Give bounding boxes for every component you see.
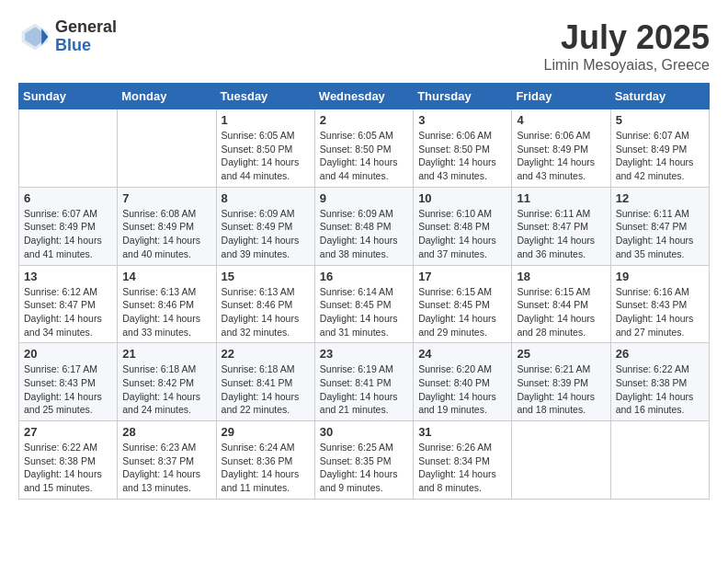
day-number: 14: [122, 270, 210, 283]
calendar-cell: 27Sunrise: 6:22 AMSunset: 8:38 PMDayligh…: [19, 421, 118, 500]
day-number: 19: [616, 270, 704, 283]
day-info: Sunrise: 6:20 AMSunset: 8:40 PMDaylight:…: [418, 362, 506, 417]
day-number: 21: [122, 347, 210, 361]
day-info: Sunrise: 6:10 AMSunset: 8:48 PMDaylight:…: [418, 207, 506, 261]
day-info: Sunrise: 6:13 AMSunset: 8:46 PMDaylight:…: [122, 285, 210, 339]
day-info: Sunrise: 6:22 AMSunset: 8:38 PMDaylight:…: [616, 362, 704, 417]
day-number: 31: [418, 425, 506, 439]
calendar-cell: 13Sunrise: 6:12 AMSunset: 8:47 PMDayligh…: [19, 265, 118, 343]
day-number: 20: [24, 347, 112, 361]
calendar-cell: 17Sunrise: 6:15 AMSunset: 8:45 PMDayligh…: [414, 265, 512, 343]
calendar-cell: 28Sunrise: 6:23 AMSunset: 8:37 PMDayligh…: [118, 421, 216, 500]
day-info: Sunrise: 6:17 AMSunset: 8:43 PMDaylight:…: [24, 362, 112, 417]
day-info: Sunrise: 6:08 AMSunset: 8:49 PMDaylight:…: [122, 207, 210, 261]
calendar-cell: 15Sunrise: 6:13 AMSunset: 8:46 PMDayligh…: [216, 265, 314, 343]
day-number: 10: [418, 191, 506, 205]
calendar-cell: 23Sunrise: 6:19 AMSunset: 8:41 PMDayligh…: [314, 343, 413, 421]
calendar-cell: 19Sunrise: 6:16 AMSunset: 8:43 PMDayligh…: [610, 265, 709, 343]
calendar-table: SundayMondayTuesdayWednesdayThursdayFrid…: [18, 83, 710, 500]
page-header: General Blue July 2025 Limin Mesoyaias, …: [18, 18, 710, 74]
day-info: Sunrise: 6:25 AMSunset: 8:35 PMDaylight:…: [320, 441, 408, 495]
day-info: Sunrise: 6:22 AMSunset: 8:38 PMDaylight:…: [24, 441, 112, 495]
day-number: 5: [616, 113, 704, 127]
day-info: Sunrise: 6:24 AMSunset: 8:36 PMDaylight:…: [222, 441, 310, 495]
calendar-cell: 6Sunrise: 6:07 AMSunset: 8:49 PMDaylight…: [19, 187, 118, 265]
weekday-header: Thursday: [414, 84, 512, 109]
calendar-cell: 14Sunrise: 6:13 AMSunset: 8:46 PMDayligh…: [118, 265, 216, 343]
weekday-header: Tuesday: [216, 84, 314, 109]
day-number: 16: [320, 270, 408, 283]
calendar-cell: 12Sunrise: 6:11 AMSunset: 8:47 PMDayligh…: [610, 187, 709, 265]
title-block: July 2025 Limin Mesoyaias, Greece: [543, 18, 710, 74]
day-info: Sunrise: 6:18 AMSunset: 8:41 PMDaylight:…: [222, 362, 310, 417]
day-info: Sunrise: 6:09 AMSunset: 8:49 PMDaylight:…: [222, 207, 310, 261]
day-number: 2: [320, 113, 408, 127]
calendar-cell: [610, 421, 709, 500]
logo-blue: Blue: [55, 37, 117, 55]
day-info: Sunrise: 6:16 AMSunset: 8:43 PMDaylight:…: [616, 285, 704, 339]
day-info: Sunrise: 6:05 AMSunset: 8:50 PMDaylight:…: [222, 129, 310, 183]
day-info: Sunrise: 6:26 AMSunset: 8:34 PMDaylight:…: [418, 441, 506, 495]
day-number: 29: [222, 425, 310, 439]
day-info: Sunrise: 6:13 AMSunset: 8:46 PMDaylight:…: [222, 285, 310, 339]
weekday-header: Monday: [118, 84, 216, 109]
day-number: 22: [222, 347, 310, 361]
calendar-cell: 11Sunrise: 6:11 AMSunset: 8:47 PMDayligh…: [512, 187, 610, 265]
month-title: July 2025: [543, 18, 710, 57]
calendar-cell: 9Sunrise: 6:09 AMSunset: 8:48 PMDaylight…: [314, 187, 413, 265]
calendar-cell: 18Sunrise: 6:15 AMSunset: 8:44 PMDayligh…: [512, 265, 610, 343]
day-number: 15: [222, 270, 310, 283]
day-info: Sunrise: 6:21 AMSunset: 8:39 PMDaylight:…: [517, 362, 605, 417]
day-number: 8: [222, 191, 310, 205]
logo-icon: [18, 20, 51, 53]
calendar-cell: 26Sunrise: 6:22 AMSunset: 8:38 PMDayligh…: [610, 343, 709, 421]
day-info: Sunrise: 6:12 AMSunset: 8:47 PMDaylight:…: [24, 285, 112, 339]
day-number: 12: [616, 191, 704, 205]
day-number: 1: [222, 113, 310, 127]
calendar-cell: 4Sunrise: 6:06 AMSunset: 8:49 PMDaylight…: [512, 109, 610, 188]
calendar-cell: 20Sunrise: 6:17 AMSunset: 8:43 PMDayligh…: [19, 343, 118, 421]
logo-text: General Blue: [55, 18, 117, 55]
logo: General Blue: [18, 18, 117, 55]
calendar-cell: 1Sunrise: 6:05 AMSunset: 8:50 PMDaylight…: [216, 109, 314, 188]
day-number: 23: [320, 347, 408, 361]
calendar-cell: 31Sunrise: 6:26 AMSunset: 8:34 PMDayligh…: [414, 421, 512, 500]
day-number: 13: [24, 270, 112, 283]
day-number: 26: [616, 347, 704, 361]
calendar-cell: 30Sunrise: 6:25 AMSunset: 8:35 PMDayligh…: [314, 421, 413, 500]
calendar-cell: 5Sunrise: 6:07 AMSunset: 8:49 PMDaylight…: [610, 109, 709, 188]
day-number: 27: [24, 425, 112, 439]
day-number: 9: [320, 191, 408, 205]
calendar-cell: 2Sunrise: 6:05 AMSunset: 8:50 PMDaylight…: [314, 109, 413, 188]
calendar-cell: 10Sunrise: 6:10 AMSunset: 8:48 PMDayligh…: [414, 187, 512, 265]
calendar-cell: 21Sunrise: 6:18 AMSunset: 8:42 PMDayligh…: [118, 343, 216, 421]
weekday-header: Sunday: [19, 84, 118, 109]
day-number: 24: [418, 347, 506, 361]
day-number: 28: [122, 425, 210, 439]
day-number: 6: [24, 191, 112, 205]
calendar-cell: [19, 109, 118, 188]
calendar-cell: 3Sunrise: 6:06 AMSunset: 8:50 PMDaylight…: [414, 109, 512, 188]
calendar-cell: [512, 421, 610, 500]
day-number: 18: [517, 270, 605, 283]
calendar-cell: 29Sunrise: 6:24 AMSunset: 8:36 PMDayligh…: [216, 421, 314, 500]
day-info: Sunrise: 6:09 AMSunset: 8:48 PMDaylight:…: [320, 207, 408, 261]
logo-general: General: [55, 18, 117, 37]
day-info: Sunrise: 6:07 AMSunset: 8:49 PMDaylight:…: [616, 129, 704, 183]
day-info: Sunrise: 6:11 AMSunset: 8:47 PMDaylight:…: [616, 207, 704, 261]
day-info: Sunrise: 6:19 AMSunset: 8:41 PMDaylight:…: [320, 362, 408, 417]
calendar-body: 1Sunrise: 6:05 AMSunset: 8:50 PMDaylight…: [19, 109, 710, 500]
day-number: 11: [517, 191, 605, 205]
day-info: Sunrise: 6:06 AMSunset: 8:49 PMDaylight:…: [517, 129, 605, 183]
calendar-cell: [118, 109, 216, 188]
calendar-cell: 24Sunrise: 6:20 AMSunset: 8:40 PMDayligh…: [414, 343, 512, 421]
day-info: Sunrise: 6:06 AMSunset: 8:50 PMDaylight:…: [418, 129, 506, 183]
day-info: Sunrise: 6:23 AMSunset: 8:37 PMDaylight:…: [122, 441, 210, 495]
day-info: Sunrise: 6:15 AMSunset: 8:45 PMDaylight:…: [418, 285, 506, 339]
calendar-cell: 25Sunrise: 6:21 AMSunset: 8:39 PMDayligh…: [512, 343, 610, 421]
calendar-cell: 8Sunrise: 6:09 AMSunset: 8:49 PMDaylight…: [216, 187, 314, 265]
day-info: Sunrise: 6:11 AMSunset: 8:47 PMDaylight:…: [517, 207, 605, 261]
weekday-header: Wednesday: [314, 84, 413, 109]
calendar-cell: 16Sunrise: 6:14 AMSunset: 8:45 PMDayligh…: [314, 265, 413, 343]
day-info: Sunrise: 6:15 AMSunset: 8:44 PMDaylight:…: [517, 285, 605, 339]
